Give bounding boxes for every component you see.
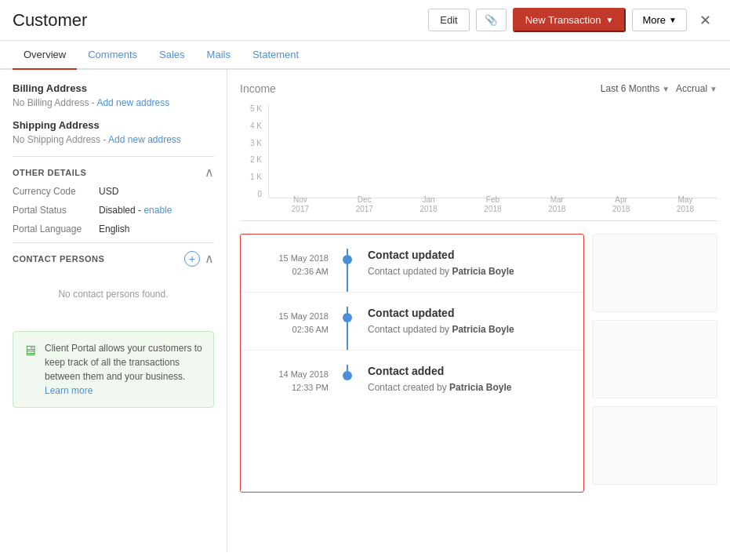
event-desc-3: Contact created by Patricia Boyle [368,382,571,393]
portal-text: Client Portal allows your customers to k… [45,341,204,398]
contact-toggle[interactable]: ∧ [205,251,214,267]
contact-persons-section-header: CONTACT PERSONS + ∧ [13,242,214,273]
timeline-content-3: Contact added Contact created by Patrici… [355,365,571,394]
other-details-section-header: OTHER DETAILS ∧ [13,156,214,186]
tab-statement[interactable]: Statement [242,41,310,70]
y-label-3k: 3 K [240,139,262,147]
other-details-title: OTHER DETAILS [13,168,86,177]
currency-key: Currency Code [13,186,99,197]
y-label-5k: 5 K [240,104,262,113]
y-label-1k: 1 K [240,173,262,181]
new-transaction-button[interactable]: New Transaction ▼ [513,8,626,32]
new-transaction-label: New Transaction [525,14,601,26]
sidebar: Billing Address No Billing Address - Add… [0,70,227,551]
learn-more-link[interactable]: Learn more [45,385,93,396]
x-label-feb: Feb2018 [484,195,501,214]
timeline-inner: 15 May 201802:36 AM Contact updated Cont… [241,235,583,408]
shipping-add-link[interactable]: Add new address [108,134,181,145]
portal-enable-link[interactable]: enable [143,205,172,216]
billing-label: Billing Address [13,82,214,94]
add-contact-button[interactable]: + [184,251,200,267]
event-title-2: Contact updated [368,307,571,319]
billing-address-section: Billing Address No Billing Address - Add… [13,82,214,108]
attachment-icon: 📎 [485,14,498,26]
timeline-date-1: 15 May 201802:36 AM [253,249,340,278]
contact-persons-title: CONTACT PERSONS [13,254,104,264]
ghost-card-3 [592,406,717,485]
no-contact-message: No contact persons found. [13,273,214,315]
close-button[interactable]: ✕ [693,9,717,32]
x-label-dec: Dec2017 [356,195,373,214]
timeline-date-3: 14 May 201812:33 PM [253,365,340,394]
event-desc-2: Contact updated by Patricia Boyle [368,324,571,335]
list-item: 14 May 201812:33 PM Contact added Contac… [241,351,583,408]
tab-comments[interactable]: Comments [77,41,148,70]
ghost-card-2 [592,320,717,398]
timeline-line-1 [340,249,355,278]
type-arrow-icon: ▼ [710,85,717,93]
currency-val: USD [99,186,118,197]
timeline-dot-3 [343,371,352,380]
chart-x-axis: Nov2017 Dec2017 Jan2018 Feb2018 Mar2018 … [268,195,717,214]
other-details-body: Currency Code USD Portal Status Disabled… [13,186,214,235]
x-label-may: May2018 [677,195,694,214]
tab-mails[interactable]: Mails [196,41,242,70]
language-row: Portal Language English [13,224,214,235]
chart-plot-area [268,104,717,198]
more-arrow-icon: ▼ [669,16,677,24]
x-label-nov: Nov2017 [292,195,309,214]
edit-button[interactable]: Edit [428,9,469,31]
shipping-address-section: Shipping Address No Shipping Address - A… [13,119,214,145]
income-header: Income Last 6 Months ▼ Accrual ▼ [240,82,717,95]
language-val: English [99,224,129,235]
billing-add-link[interactable]: Add new address [96,97,169,108]
list-item: 15 May 201802:36 AM Contact updated Cont… [241,235,583,293]
dropdown-arrow-icon: ▼ [606,16,614,24]
timeline-content-1: Contact updated Contact updated by Patri… [355,249,571,278]
event-title-3: Contact added [368,365,571,377]
language-key: Portal Language [13,224,99,235]
period-filter-button[interactable]: Last 6 Months ▼ [601,83,670,94]
header-actions: Edit 📎 New Transaction ▼ More ▼ ✕ [428,8,717,32]
timeline-area: 15 May 201802:36 AM Contact updated Cont… [240,234,717,493]
event-title-1: Contact updated [368,249,571,261]
currency-row: Currency Code USD [13,186,214,197]
client-portal-box: 🖥 Client Portal allows your customers to… [13,331,214,408]
timeline-line-2 [340,307,355,336]
portal-status-row: Portal Status Disabled - enable [13,205,214,216]
income-filters: Last 6 Months ▼ Accrual ▼ [601,83,717,94]
period-arrow-icon: ▼ [662,85,670,93]
more-button[interactable]: More ▼ [632,9,687,31]
x-label-jan: Jan2018 [419,195,437,214]
shipping-label: Shipping Address [13,119,214,131]
type-filter-button[interactable]: Accrual ▼ [676,83,717,94]
x-label-apr: Apr2018 [612,195,630,214]
tab-overview[interactable]: Overview [13,41,77,70]
list-item: 15 May 201802:36 AM Contact updated Cont… [241,293,583,351]
timeline-date-2: 15 May 201802:36 AM [253,307,340,336]
content-area: Income Last 6 Months ▼ Accrual ▼ 0 1 K 2… [227,70,730,551]
event-desc-1: Contact updated by Patricia Boyle [368,266,571,277]
more-label: More [642,14,666,26]
timeline-dot-2 [343,313,352,322]
timeline-dot-1 [343,255,352,264]
main-layout: Billing Address No Billing Address - Add… [0,70,730,551]
attachment-button[interactable]: 📎 [476,9,507,31]
chart-separator [240,220,717,221]
portal-status-val: Disabled - enable [99,205,172,216]
tab-bar: Overview Comments Sales Mails Statement [0,41,730,70]
period-filter-label: Last 6 Months [601,83,659,94]
income-chart: 0 1 K 2 K 3 K 4 K 5 K Nov2017 Dec2017 Ja… [240,104,717,214]
portal-icon: 🖥 [23,343,37,359]
tab-sales[interactable]: Sales [148,41,196,70]
y-label-0: 0 [240,190,262,198]
portal-status-key: Portal Status [13,205,99,216]
chart-y-axis: 0 1 K 2 K 3 K 4 K 5 K [240,104,262,198]
y-label-4k: 4 K [240,122,262,130]
income-title: Income [240,82,276,95]
other-details-toggle[interactable]: ∧ [205,165,214,180]
billing-value: No Billing Address - Add new address [13,97,214,108]
timeline-content-2: Contact updated Contact updated by Patri… [355,307,571,336]
shipping-value: No Shipping Address - Add new address [13,134,214,145]
right-panel [592,234,717,493]
